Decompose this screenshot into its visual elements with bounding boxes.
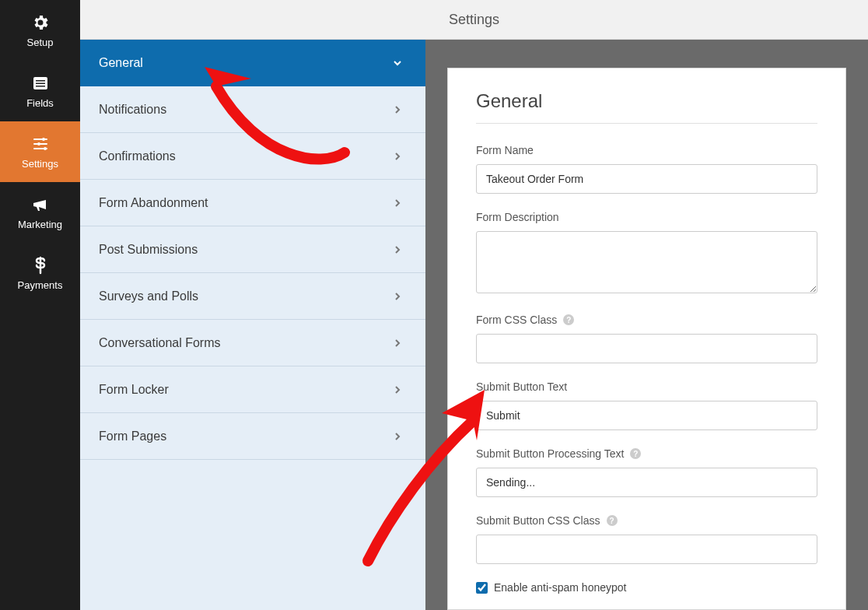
chevron-right-icon xyxy=(393,105,402,114)
input-submit-text[interactable] xyxy=(476,401,817,430)
input-form-css-class[interactable] xyxy=(476,334,817,363)
input-submit-css-class[interactable] xyxy=(476,535,817,564)
nav-setup-label: Setup xyxy=(27,37,54,48)
settings-item-form-abandonment[interactable]: Form Abandonment xyxy=(80,180,425,226)
chevron-right-icon xyxy=(393,338,402,348)
input-form-name[interactable] xyxy=(476,164,817,194)
settings-item-label: Post Submissions xyxy=(99,243,198,257)
nav-setup[interactable]: Setup xyxy=(0,0,80,61)
nav-settings-label: Settings xyxy=(22,158,58,170)
chevron-right-icon xyxy=(393,245,402,254)
svg-point-4 xyxy=(42,138,45,141)
label-text: Form CSS Class xyxy=(476,314,557,326)
help-icon[interactable]: ? xyxy=(630,448,641,459)
input-submit-processing[interactable] xyxy=(476,468,817,497)
svg-rect-3 xyxy=(36,86,45,87)
settings-item-post-submissions[interactable]: Post Submissions xyxy=(80,226,425,273)
page-title: Settings xyxy=(449,12,499,28)
checkbox-antispam[interactable] xyxy=(476,582,488,594)
field-submit-css-class: Submit Button CSS Class ? xyxy=(476,514,817,564)
settings-item-confirmations[interactable]: Confirmations xyxy=(80,133,425,180)
main-area: Settings General Notifications Confirmat… xyxy=(80,0,868,610)
field-form-description: Form Description xyxy=(476,211,817,296)
nav-marketing-label: Marketing xyxy=(18,219,62,230)
settings-item-form-locker[interactable]: Form Locker xyxy=(80,366,425,413)
chevron-right-icon xyxy=(393,292,402,301)
settings-item-label: General xyxy=(99,56,143,70)
general-panel: General Form Name Form Description Form … xyxy=(447,68,846,610)
settings-item-conversational-forms[interactable]: Conversational Forms xyxy=(80,320,425,366)
field-submit-text: Submit Button Text xyxy=(476,380,817,430)
settings-item-surveys-polls[interactable]: Surveys and Polls xyxy=(80,273,425,320)
svg-rect-2 xyxy=(36,82,45,84)
content-row: General Notifications Confirmations Form… xyxy=(80,40,868,610)
field-antispam: Enable anti-spam honeypot xyxy=(476,581,817,594)
label-text: Submit Button Processing Text xyxy=(476,447,624,460)
label-submit-processing: Submit Button Processing Text ? xyxy=(476,447,817,460)
settings-item-form-pages[interactable]: Form Pages xyxy=(80,413,425,460)
svg-point-5 xyxy=(37,142,40,145)
settings-item-label: Conversational Forms xyxy=(99,336,221,350)
input-form-description[interactable] xyxy=(476,231,817,293)
settings-item-label: Form Locker xyxy=(99,383,169,397)
settings-item-notifications[interactable]: Notifications xyxy=(80,86,425,133)
left-nav: Setup Fields Settings Marketing Payments xyxy=(0,0,80,610)
settings-item-label: Form Abandonment xyxy=(99,196,208,210)
settings-item-label: Confirmations xyxy=(99,149,176,163)
nav-settings[interactable]: Settings xyxy=(0,121,80,182)
field-form-name: Form Name xyxy=(476,144,817,194)
field-form-css-class: Form CSS Class ? xyxy=(476,314,817,363)
chevron-right-icon xyxy=(393,198,402,208)
gear-icon xyxy=(31,13,50,32)
nav-fields[interactable]: Fields xyxy=(0,61,80,121)
label-text: Submit Button CSS Class xyxy=(476,514,600,527)
settings-item-label: Form Pages xyxy=(99,429,166,443)
nav-payments-label: Payments xyxy=(18,279,63,291)
panel-area: General Form Name Form Description Form … xyxy=(425,40,868,610)
chevron-right-icon xyxy=(393,385,402,394)
settings-item-general[interactable]: General xyxy=(80,40,425,86)
svg-point-6 xyxy=(44,147,47,150)
label-form-css-class: Form CSS Class ? xyxy=(476,314,817,326)
help-icon[interactable]: ? xyxy=(563,314,574,325)
chevron-right-icon xyxy=(393,152,402,161)
sliders-icon xyxy=(31,135,50,153)
settings-item-label: Notifications xyxy=(99,103,166,117)
topbar: Settings xyxy=(80,0,868,40)
nav-fields-label: Fields xyxy=(26,97,54,109)
label-form-description: Form Description xyxy=(476,211,817,223)
chevron-right-icon xyxy=(393,432,402,441)
nav-marketing[interactable]: Marketing xyxy=(0,182,80,243)
settings-menu: General Notifications Confirmations Form… xyxy=(80,40,425,610)
label-antispam: Enable anti-spam honeypot xyxy=(494,581,626,594)
field-submit-processing: Submit Button Processing Text ? xyxy=(476,447,817,497)
label-submit-css-class: Submit Button CSS Class ? xyxy=(476,514,817,527)
list-icon xyxy=(31,74,50,93)
panel-heading: General xyxy=(476,90,817,124)
settings-item-label: Surveys and Polls xyxy=(99,289,198,303)
dollar-icon xyxy=(31,256,50,275)
svg-rect-1 xyxy=(36,80,45,82)
chevron-down-icon xyxy=(393,58,402,68)
bullhorn-icon xyxy=(31,195,50,214)
nav-payments[interactable]: Payments xyxy=(0,243,80,303)
label-submit-text: Submit Button Text xyxy=(476,380,817,393)
label-form-name: Form Name xyxy=(476,144,817,156)
help-icon[interactable]: ? xyxy=(607,515,618,526)
